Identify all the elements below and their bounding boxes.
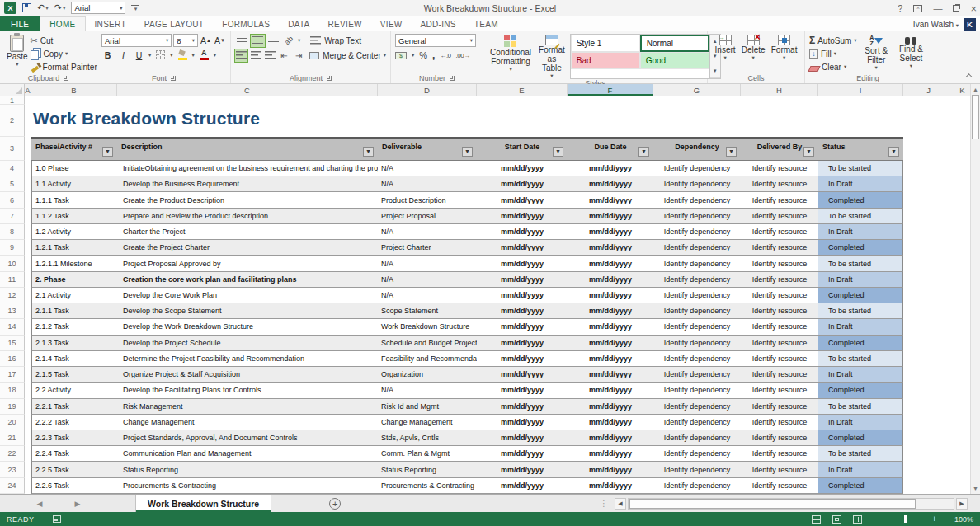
cell-B10[interactable]: 1.2.1.1 Milestone xyxy=(31,256,117,271)
comma-button[interactable]: , xyxy=(432,49,435,61)
cell-G19[interactable]: Identify dependency xyxy=(653,399,741,415)
help-button[interactable]: ? xyxy=(898,3,902,13)
cell-D4[interactable]: N/A xyxy=(378,161,477,176)
zoom-out-button[interactable]: − xyxy=(874,514,879,524)
cell-G7[interactable]: Identify dependency xyxy=(653,209,741,224)
find-select-button[interactable]: Find & Select▾ xyxy=(896,34,926,73)
cell-F10[interactable]: mm/dd/yyyy xyxy=(568,256,653,271)
cell-H9[interactable]: Identify resource xyxy=(741,240,818,256)
filter-button[interactable]: ▼ xyxy=(462,147,473,157)
filter-button[interactable]: ▼ xyxy=(553,147,563,157)
wrap-text-button[interactable]: Wrap Text xyxy=(324,34,361,47)
table-header-F[interactable]: Due Date▼ xyxy=(568,137,653,161)
filter-button[interactable]: ▼ xyxy=(363,147,374,157)
cell-G15[interactable]: Identify dependency xyxy=(653,336,741,351)
row-header-13[interactable]: 13 xyxy=(0,303,25,319)
cell-I11[interactable]: In Draft xyxy=(818,272,903,288)
cell-F14[interactable]: mm/dd/yyyy xyxy=(568,319,653,335)
style-gallery-item-bad[interactable]: Bad xyxy=(571,52,640,69)
zoom-level[interactable]: 100% xyxy=(949,515,973,524)
font-family-combo[interactable]: Arial▾ xyxy=(101,34,172,47)
cell-F6[interactable]: mm/dd/yyyy xyxy=(568,192,653,208)
cell-D24[interactable]: Procurements & Contracting xyxy=(378,478,477,494)
cell-G6[interactable]: Identify dependency xyxy=(653,192,741,208)
cell-I16[interactable]: To be started xyxy=(818,351,903,367)
cell-F24[interactable]: mm/dd/yyyy xyxy=(568,478,653,494)
page-layout-view-button[interactable] xyxy=(832,515,841,524)
column-header-G[interactable]: G xyxy=(653,84,741,96)
cell-C16[interactable]: Determine the Project Feasibility and Re… xyxy=(117,351,378,367)
cell-F11[interactable]: mm/dd/yyyy xyxy=(568,272,653,288)
cell-B22[interactable]: 2.2.4 Task xyxy=(31,446,117,462)
orientation-button[interactable]: ab xyxy=(282,35,296,47)
ribbon-tab-formulas[interactable]: FORMULAS xyxy=(213,16,279,31)
cell-I21[interactable]: Completed xyxy=(818,430,903,446)
cell-B16[interactable]: 2.1.4 Task xyxy=(31,351,117,367)
cell-C15[interactable]: Develop the Project Schedule xyxy=(117,336,378,351)
cell-B15[interactable]: 2.1.3 Task xyxy=(31,336,117,351)
filter-button[interactable]: ▼ xyxy=(726,147,737,157)
restore-button[interactable] xyxy=(953,5,959,12)
cell-C22[interactable]: Communication Plan and Management xyxy=(117,446,378,462)
row-header-19[interactable]: 19 xyxy=(0,399,25,415)
cell-E14[interactable]: mm/dd/yyyy xyxy=(477,319,568,335)
redo-dropdown-icon[interactable]: ▾ xyxy=(63,5,66,11)
filter-button[interactable]: ▼ xyxy=(638,147,649,157)
avatar[interactable]: K xyxy=(964,18,976,31)
clipboard-dialog-launcher[interactable] xyxy=(64,76,68,81)
cell-H22[interactable]: Identify resource xyxy=(741,446,818,462)
cell-I20[interactable]: In Draft xyxy=(818,415,903,430)
normal-view-button[interactable] xyxy=(812,515,821,524)
cell-I14[interactable]: In Draft xyxy=(818,319,903,335)
cell-H14[interactable]: Identify resource xyxy=(741,319,818,335)
align-middle-button[interactable] xyxy=(251,35,265,47)
sheet-tab-active[interactable]: Work Breakdown Structure xyxy=(135,495,271,512)
cell-I15[interactable]: Completed xyxy=(818,336,903,351)
cell-I13[interactable]: To be started xyxy=(818,303,903,319)
cell-G5[interactable]: Identify dependency xyxy=(653,176,741,192)
cell-H13[interactable]: Identify resource xyxy=(741,303,818,319)
cell-B9[interactable]: 1.2.1 Task xyxy=(31,240,117,256)
cell-H4[interactable]: Identify resource xyxy=(741,161,818,176)
row-header-4[interactable]: 4 xyxy=(0,161,25,176)
cell-I18[interactable]: Completed xyxy=(818,383,903,398)
row-header-15[interactable]: 15 xyxy=(0,336,25,351)
cell-I8[interactable]: In Draft xyxy=(818,224,903,240)
cell-E4[interactable]: mm/dd/yyyy xyxy=(477,161,568,176)
cell-B18[interactable]: 2.2 Activity xyxy=(31,383,117,398)
ribbon-tab-add-ins[interactable]: ADD-INS xyxy=(412,16,465,31)
row-header-7[interactable]: 7 xyxy=(0,209,25,224)
sheet-nav-right-icon[interactable]: ▶ xyxy=(71,495,84,512)
ribbon-tab-home[interactable]: HOME xyxy=(40,16,85,31)
horizontal-scroll-thumb[interactable] xyxy=(629,499,916,509)
cell-B11[interactable]: 2. Phase xyxy=(31,272,117,288)
cell-D15[interactable]: Schedule and Budget Projection xyxy=(378,336,477,351)
cell-H10[interactable]: Identify resource xyxy=(741,256,818,271)
number-dialog-launcher[interactable] xyxy=(450,76,455,81)
cell-H21[interactable]: Identify resource xyxy=(741,430,818,446)
cell-B21[interactable]: 2.2.3 Task xyxy=(31,430,117,446)
sort-filter-button[interactable]: AZ Sort & Filter▾ xyxy=(862,34,891,73)
fill-color-button[interactable] xyxy=(177,49,189,61)
cell-C13[interactable]: Develop the Scope Statement xyxy=(117,303,378,319)
cell-C11[interactable]: Creation the core work plan and facilita… xyxy=(117,272,378,288)
row-header-24[interactable]: 24 xyxy=(0,478,25,494)
cell-B23[interactable]: 2.2.5 Task xyxy=(31,462,117,477)
cell-E7[interactable]: mm/dd/yyyy xyxy=(477,209,568,224)
number-format-combo[interactable]: General▾ xyxy=(395,34,476,47)
filter-button[interactable]: ▼ xyxy=(803,147,814,157)
cell-I4[interactable]: To be started xyxy=(818,161,903,176)
row-header-21[interactable]: 21 xyxy=(0,430,25,446)
cell-C24[interactable]: Procurements & Contracting xyxy=(117,478,378,494)
column-header-J[interactable]: J xyxy=(903,84,954,96)
cell-E19[interactable]: mm/dd/yyyy xyxy=(477,399,568,415)
row-header-12[interactable]: 12 xyxy=(0,288,25,303)
increase-decimal-button[interactable]: ←.0 xyxy=(440,52,450,59)
vertical-scroll-thumb[interactable] xyxy=(972,95,979,139)
align-bottom-button[interactable] xyxy=(266,35,280,47)
style-gallery-item-good[interactable]: Good xyxy=(640,52,709,69)
style-gallery-item-style1[interactable]: Style 1 xyxy=(571,35,640,52)
undo-dropdown-icon[interactable]: ▾ xyxy=(45,5,49,11)
cell-C14[interactable]: Develop the Work Breakdown Structure xyxy=(117,319,378,335)
italic-button[interactable]: I xyxy=(117,49,130,61)
